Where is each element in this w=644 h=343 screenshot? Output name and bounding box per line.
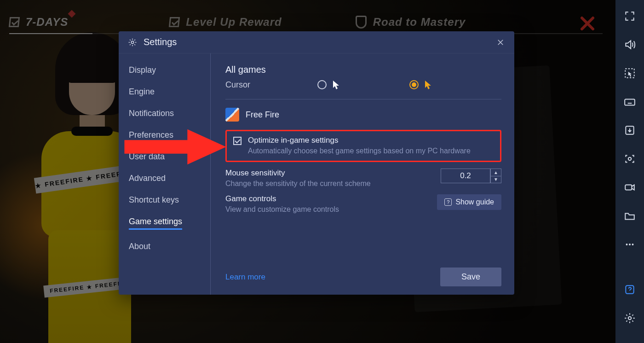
nav-game-settings[interactable]: Game settings bbox=[129, 217, 182, 230]
emulator-right-rail bbox=[615, 0, 644, 343]
optimize-desc: Automatically choose best game settings … bbox=[248, 147, 471, 155]
controls-title: Game controls bbox=[225, 194, 428, 203]
keyboard-icon[interactable] bbox=[623, 96, 636, 108]
cursor-setting-row: Cursor bbox=[225, 80, 501, 90]
nav-shortcut-keys[interactable]: Shortcut keys bbox=[129, 195, 179, 205]
mouse-title: Mouse sensitivity bbox=[225, 169, 431, 178]
cursor-orange-icon bbox=[424, 80, 432, 90]
mouse-desc: Change the sensitivity of the current sc… bbox=[225, 180, 431, 188]
cursor-lock-icon[interactable] bbox=[623, 67, 636, 79]
svg-rect-3 bbox=[625, 99, 635, 105]
mouse-sensitivity-stepper[interactable]: ▲ ▼ bbox=[490, 169, 501, 183]
cursor-option-orange[interactable] bbox=[409, 80, 501, 90]
learn-more-link[interactable]: Learn more bbox=[225, 273, 265, 282]
gear-icon bbox=[128, 38, 137, 47]
record-icon[interactable] bbox=[623, 181, 636, 193]
settings-nav: Display Engine Notifications Preferences… bbox=[119, 53, 211, 295]
settings-modal: Settings Display Engine Notifications Pr… bbox=[119, 31, 514, 295]
cursor-option-white[interactable] bbox=[317, 80, 409, 90]
stepper-up-icon[interactable]: ▲ bbox=[491, 169, 501, 176]
volume-icon[interactable] bbox=[623, 39, 636, 51]
fullscreen-icon[interactable] bbox=[623, 10, 636, 22]
nav-about[interactable]: About bbox=[129, 242, 150, 251]
nav-display[interactable]: Display bbox=[129, 65, 156, 75]
cursor-label: Cursor bbox=[225, 80, 317, 90]
svg-point-8 bbox=[629, 244, 631, 245]
game-thumb-icon bbox=[225, 108, 239, 122]
settings-rail-icon[interactable] bbox=[623, 312, 636, 324]
radio-selected-icon bbox=[409, 80, 419, 89]
game-name-label: Free Fire bbox=[246, 110, 279, 120]
settings-content: All games Cursor Free Fire bbox=[211, 53, 514, 295]
save-button[interactable]: Save bbox=[440, 267, 501, 286]
more-icon[interactable] bbox=[623, 238, 636, 250]
svg-point-0 bbox=[131, 41, 133, 43]
nav-user-data[interactable]: User data bbox=[129, 152, 165, 162]
close-icon bbox=[496, 38, 505, 47]
game-header-row: Free Fire bbox=[225, 108, 501, 122]
optimize-title: Optimize in-game settings bbox=[248, 136, 471, 145]
nav-advanced[interactable]: Advanced bbox=[129, 174, 166, 183]
cursor-white-icon bbox=[332, 80, 340, 90]
svg-point-9 bbox=[632, 244, 634, 245]
game-viewport: ★ FREEFIRE ★ FREEFIRE ★ FREEFIRE ★ FREEF… bbox=[0, 0, 615, 343]
modal-body: Display Engine Notifications Preferences… bbox=[119, 53, 514, 295]
screenshot-icon[interactable] bbox=[623, 153, 636, 165]
all-games-heading: All games bbox=[225, 64, 501, 75]
show-guide-button[interactable]: ? Show guide bbox=[437, 194, 501, 210]
separator bbox=[225, 99, 501, 99]
stepper-down-icon[interactable]: ▼ bbox=[491, 176, 501, 183]
folder-icon[interactable] bbox=[623, 210, 636, 222]
svg-rect-6 bbox=[625, 185, 632, 190]
install-apk-icon[interactable] bbox=[623, 124, 636, 136]
modal-header: Settings bbox=[119, 31, 514, 53]
svg-point-7 bbox=[626, 244, 628, 245]
optimize-setting-row[interactable]: Optimize in-game settings Automatically … bbox=[233, 136, 494, 155]
game-controls-row: Game controls View and customize game co… bbox=[225, 194, 501, 214]
modal-title: Settings bbox=[144, 37, 177, 47]
guide-help-icon: ? bbox=[444, 198, 452, 206]
svg-point-5 bbox=[628, 157, 632, 161]
optimize-highlight-box: Optimize in-game settings Automatically … bbox=[225, 130, 501, 162]
radio-unselected-icon bbox=[317, 80, 327, 89]
svg-point-11 bbox=[628, 317, 632, 320]
modal-close-button[interactable] bbox=[493, 35, 508, 50]
nav-notifications[interactable]: Notifications bbox=[129, 109, 174, 118]
modal-footer: Learn more Save bbox=[225, 263, 501, 286]
mouse-sensitivity-input[interactable] bbox=[441, 169, 490, 183]
controls-desc: View and customize game controls bbox=[225, 205, 428, 214]
show-guide-label: Show guide bbox=[455, 198, 494, 206]
help-icon[interactable] bbox=[623, 284, 636, 296]
nav-preferences[interactable]: Preferences bbox=[129, 130, 173, 140]
optimize-checkbox[interactable] bbox=[233, 137, 242, 145]
mouse-sensitivity-row: Mouse sensitivity Change the sensitivity… bbox=[225, 169, 501, 188]
nav-engine[interactable]: Engine bbox=[129, 87, 155, 97]
